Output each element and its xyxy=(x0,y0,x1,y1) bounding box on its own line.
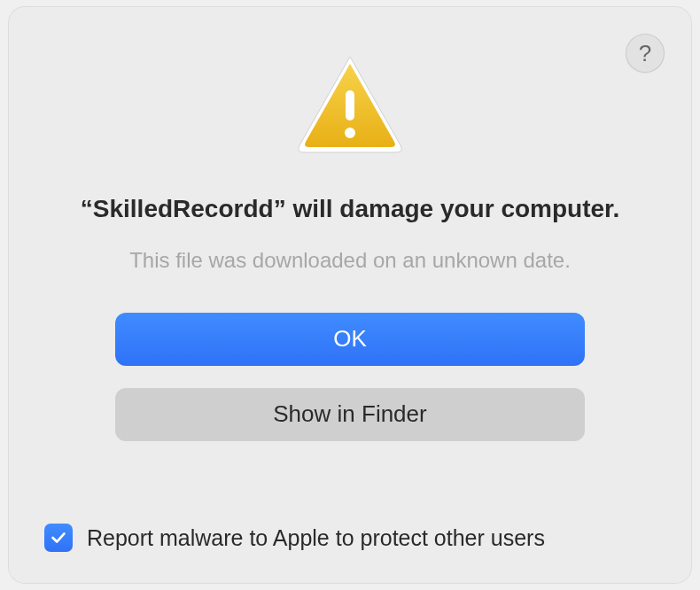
alert-subtext: This file was downloaded on an unknown d… xyxy=(129,248,571,273)
help-button[interactable]: ? xyxy=(626,34,665,73)
alert-heading: “SkilledRecordd” will damage your comput… xyxy=(81,192,619,226)
svg-rect-0 xyxy=(346,90,354,120)
show-in-finder-button[interactable]: Show in Finder xyxy=(115,388,585,441)
alert-dialog: ? “SkilledRecordd” will damage your comp… xyxy=(9,7,691,583)
ok-button-label: OK xyxy=(333,325,367,353)
help-icon: ? xyxy=(639,40,651,67)
report-checkbox[interactable] xyxy=(44,524,73,552)
warning-icon xyxy=(292,51,408,161)
report-checkbox-row: Report malware to Apple to protect other… xyxy=(44,524,545,552)
report-checkbox-label: Report malware to Apple to protect other… xyxy=(87,525,545,551)
show-in-finder-label: Show in Finder xyxy=(273,400,426,428)
checkmark-icon xyxy=(49,528,68,547)
svg-point-1 xyxy=(345,128,355,138)
ok-button[interactable]: OK xyxy=(115,313,585,366)
